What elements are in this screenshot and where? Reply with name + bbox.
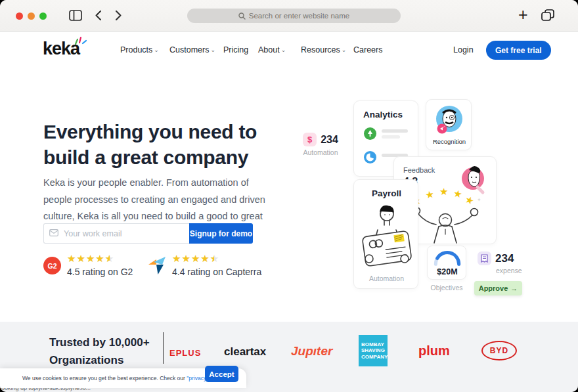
browser-window: Search or enter website name + keka Prod… [0, 0, 578, 392]
eplus-logo: EPLUS [169, 348, 201, 358]
cookie-banner: We use cookies to ensure you get the bes… [0, 368, 246, 388]
g2-rating: G2 ★★★★★★★★★★ 4.5 rating on G2 [43, 253, 133, 277]
close-window-button[interactable] [16, 12, 23, 20]
objectives-label: Objectives [427, 284, 466, 292]
plum-logo: plum [418, 343, 450, 359]
forward-icon[interactable] [113, 11, 123, 20]
payroll-title: Payroll [354, 188, 419, 198]
automation-label: Automation [301, 148, 340, 156]
address-bar-placeholder: Search or enter website name [249, 12, 349, 20]
pie-chart-icon [364, 151, 376, 163]
accept-cookies-button[interactable]: Accept [205, 366, 238, 382]
star-rating-icons: ★★★★★★★★★★ [172, 253, 219, 264]
address-bar[interactable]: Search or enter website name [187, 9, 401, 23]
star-rating-icons: ★★★★★★★★★★ [67, 253, 114, 264]
signup-form: Signup for demo [43, 223, 253, 244]
cookie-message: We use cookies to ensure you get the bes… [22, 375, 224, 381]
objectives-card: $20M [427, 246, 466, 280]
nav-customers[interactable]: Customers⌄ [169, 45, 215, 54]
recognition-label: Recognition [426, 138, 472, 145]
chevron-down-icon: ⌄ [281, 47, 286, 53]
automation-count: 234 [321, 134, 338, 146]
chevron-down-icon: ⌄ [342, 47, 347, 53]
trusted-title: Trusted by 10,000+ Organizations [49, 334, 150, 369]
feedback-label: Feedback [403, 166, 435, 174]
sidebar-toggle-icon[interactable] [69, 10, 82, 21]
zoom-window-button[interactable] [39, 12, 47, 20]
nav-products[interactable]: Products⌄ [120, 45, 159, 54]
arrow-right-icon: → [510, 284, 518, 292]
objectives-value: $20M [428, 267, 467, 276]
capterra-rating: ★★★★★★★★★★ 4.4 rating on Capterra [148, 253, 261, 277]
capterra-logo-icon [148, 256, 166, 275]
search-icon [238, 12, 246, 20]
cleartax-logo: cleartax [224, 345, 266, 359]
nav-resources[interactable]: Resources⌄ [301, 45, 346, 54]
get-free-trial-button[interactable]: Get free trial [486, 41, 551, 60]
payroll-automation-label: Automation [354, 274, 419, 282]
approve-button: Approve → [474, 281, 522, 295]
gauge-icon [432, 249, 462, 266]
analytics-title: Analytics [363, 110, 403, 120]
signup-for-demo-button[interactable]: Signup for demo [189, 223, 253, 244]
back-icon[interactable] [94, 11, 104, 20]
nav-about[interactable]: About⌄ [258, 45, 286, 54]
recognition-card: Recognition [426, 99, 472, 150]
svg-text:★: ★ [424, 188, 435, 201]
bombay-shaving-company-logo: BOMBAY SHAVING COMPANY [359, 335, 388, 366]
keka-logo[interactable]: keka [43, 39, 79, 59]
tab-overview-icon[interactable] [541, 9, 555, 22]
tree-icon [364, 127, 376, 140]
jupiter-logo: Jupıter [291, 344, 332, 359]
chevron-down-icon: ⌄ [154, 47, 159, 53]
keka-logo-sparkle-icon [74, 35, 87, 46]
recognition-avatar-icon [434, 104, 464, 135]
new-tab-icon[interactable]: + [518, 5, 528, 24]
byd-logo: BYD [481, 341, 517, 360]
svg-text:★: ★ [453, 187, 463, 200]
svg-text:★: ★ [439, 186, 448, 197]
chevron-down-icon: ⌄ [210, 47, 215, 53]
envelope-icon [49, 229, 58, 236]
hero-title: Everything you need to build a great com… [43, 119, 257, 170]
expense-widget: 234 expense [478, 251, 522, 274]
capterra-rating-text: 4.4 rating on Capterra [172, 267, 261, 277]
work-email-input[interactable] [43, 223, 189, 244]
divider [163, 332, 164, 364]
dollar-icon: $ [303, 133, 317, 146]
minimize-window-button[interactable] [28, 12, 35, 20]
receipt-icon [478, 251, 491, 265]
expense-label: expense [496, 267, 522, 274]
nav-careers[interactable]: Careers [353, 45, 382, 54]
g2-rating-text: 4.5 rating on G2 [67, 267, 133, 277]
browser-toolbar: Search or enter website name + [0, 0, 578, 32]
login-link[interactable]: Login [453, 45, 474, 54]
automation-widget: $ 234 Automation [301, 133, 340, 156]
svg-text:★: ★ [464, 193, 476, 207]
payroll-illustration [355, 201, 418, 272]
expense-count: 234 [495, 252, 514, 265]
nav-pricing[interactable]: Pricing [223, 45, 248, 54]
payroll-card: Payroll [353, 179, 418, 289]
g2-logo-icon: G2 [43, 257, 61, 274]
svg-text:✦: ✦ [477, 197, 481, 203]
